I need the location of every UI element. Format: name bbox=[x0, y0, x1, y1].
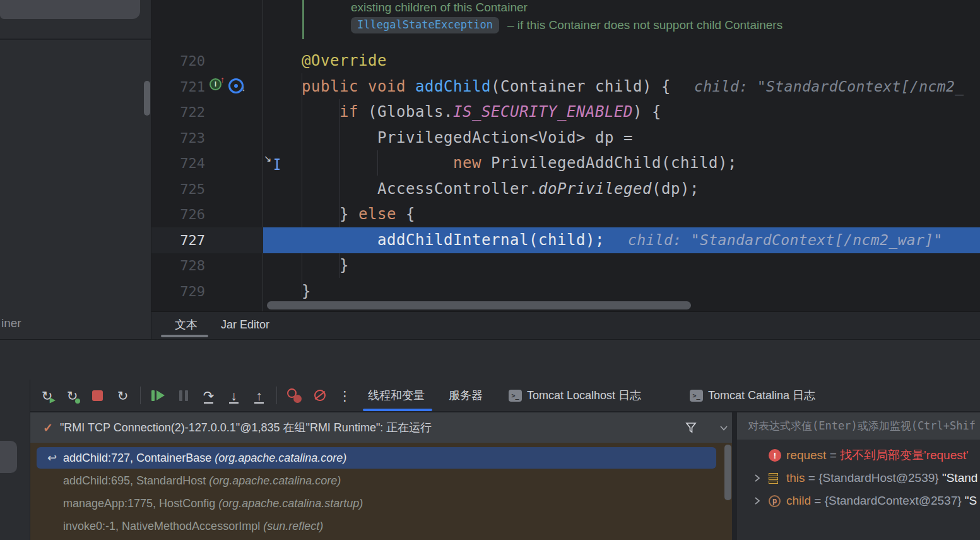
left-tool-panel: iner bbox=[0, 0, 151, 339]
return-arrow-icon: ↩ bbox=[47, 451, 63, 465]
stack-frame-row[interactable]: invoke0:-1, NativeMethodAccessorImpl (su… bbox=[30, 515, 732, 537]
code-line-722[interactable]: 722 if (Globals.IS_SECURITY_ENABLED) { bbox=[151, 99, 980, 125]
divider bbox=[0, 39, 151, 40]
code-line-723[interactable]: 723 PrivilegedAction<Void> dp = bbox=[151, 125, 980, 151]
resume-button[interactable] bbox=[150, 387, 166, 404]
mouse-pointer-icon: ↘ bbox=[264, 153, 272, 164]
text-ibeam-cursor bbox=[274, 158, 280, 171]
view-breakpoints-button[interactable] bbox=[286, 387, 302, 404]
debug-tool-window: ↻▶↻↻↷↓↑⋮ ✓ "RMI TCP Connection(2)-127.0.… bbox=[0, 339, 980, 540]
variable-name: child bbox=[786, 494, 811, 508]
inline-debugger-hint: child: "StandardContext[/ncm2_ bbox=[694, 74, 964, 100]
stack-frame-row[interactable]: addChild:695, StandardHost (org.apache.c… bbox=[30, 469, 732, 492]
left-panel-popup-fragment[interactable] bbox=[0, 0, 140, 19]
line-number[interactable]: 723 bbox=[151, 125, 205, 151]
exception-chip[interactable]: IllegalStateException bbox=[351, 17, 499, 33]
expand-chevron-icon[interactable] bbox=[752, 472, 769, 484]
expand-chevron-icon[interactable] bbox=[752, 495, 769, 507]
evaluate-expression-input[interactable]: 对表达式求值(Enter)或添加监视(Ctrl+Shif bbox=[737, 412, 980, 440]
step-out-button[interactable]: ↑ bbox=[251, 387, 267, 404]
code-line-720[interactable]: 720 @Override bbox=[151, 48, 980, 74]
field-value-icon bbox=[769, 473, 778, 484]
line-number[interactable]: 724 bbox=[151, 150, 205, 176]
doc-comment-line: existing children of this Container bbox=[351, 1, 528, 15]
chevron-down-icon[interactable] bbox=[718, 423, 729, 434]
doc-comment-line: IllegalStateException – if this Containe… bbox=[351, 17, 782, 33]
tab-threads-variables[interactable]: 线程和变量 bbox=[368, 383, 425, 407]
panel-splitter[interactable] bbox=[732, 412, 737, 540]
parameter-icon: p bbox=[769, 495, 781, 507]
mute-breakpoints-button[interactable] bbox=[312, 387, 328, 404]
variable-row-request[interactable]: !request = 找不到局部变量'request' bbox=[737, 444, 980, 467]
terminal-icon: >_ bbox=[509, 390, 522, 402]
line-number[interactable]: 722 bbox=[151, 99, 205, 125]
more-options-button[interactable]: ⋮ bbox=[337, 387, 353, 404]
toolbar-separator bbox=[276, 387, 277, 404]
variable-name: this bbox=[786, 471, 805, 485]
toolbar-separator bbox=[140, 387, 141, 404]
error-icon: ! bbox=[769, 449, 781, 462]
line-number[interactable]: 728 bbox=[151, 253, 205, 279]
variable-row-child[interactable]: pchild = {StandardContext@2537} "S bbox=[737, 489, 980, 512]
tool-window-stripe-button[interactable] bbox=[0, 441, 17, 473]
stack-frames-list: ↩addChild:727, ContainerBase (org.apache… bbox=[30, 443, 732, 540]
editor-tab-jar-editor[interactable]: Jar Editor bbox=[221, 312, 269, 337]
code-line-725[interactable]: 725 AccessController.doPrivileged(dp); bbox=[151, 176, 980, 202]
line-number[interactable]: 729 bbox=[151, 279, 205, 304]
doc-comment-text: – if this Container does not support chi… bbox=[507, 18, 782, 32]
line-number[interactable]: 727 bbox=[151, 227, 205, 253]
overrides-method-icon: ↓ bbox=[228, 78, 241, 90]
stack-frame-row[interactable]: manageApp:1775, HostConfig (org.apache.c… bbox=[30, 492, 732, 515]
rerun-button[interactable]: ↻▶ bbox=[39, 387, 55, 404]
refresh-button[interactable]: ↻ bbox=[115, 387, 131, 404]
tab-tomcat-localhost-log[interactable]: >_Tomcat Localhost 日志 bbox=[509, 383, 641, 407]
code-line-721[interactable]: 721I↑↓ public void addChild(Container ch… bbox=[151, 74, 980, 100]
code-line-729[interactable]: 729 } bbox=[151, 279, 980, 304]
editor-tab-text[interactable]: 文本 bbox=[175, 312, 198, 337]
thread-running-check-icon: ✓ bbox=[43, 421, 53, 435]
truncated-label: iner bbox=[1, 316, 21, 330]
debug-toolbar: ↻▶↻↻↷↓↑⋮ bbox=[39, 383, 353, 407]
filter-icon[interactable] bbox=[685, 421, 697, 434]
step-into-button[interactable]: ↓ bbox=[226, 387, 242, 404]
stop-button[interactable] bbox=[90, 387, 105, 404]
variable-row-this[interactable]: this = {StandardHost@2539} "Stand bbox=[737, 467, 980, 489]
tab-tomcat-catalina-log[interactable]: >_Tomcat Catalina 日志 bbox=[690, 383, 815, 407]
line-number[interactable]: 721 bbox=[151, 74, 205, 100]
variable-reference: {StandardHost@2539} bbox=[818, 471, 942, 485]
step-over-button[interactable]: ↷ bbox=[201, 387, 216, 404]
variable-name: request bbox=[786, 448, 826, 462]
rerun-debug-button[interactable]: ↻ bbox=[64, 387, 80, 404]
doc-comment-guide bbox=[302, 0, 304, 39]
variable-preview: "Stand bbox=[942, 471, 977, 485]
ide-window: iner existing children of this Container… bbox=[0, 0, 980, 540]
code-line-728[interactable]: 728 } bbox=[151, 253, 980, 279]
variable-preview: "S bbox=[965, 494, 977, 508]
editor-tab-bar: 文本Jar Editor bbox=[151, 311, 980, 340]
pause-button[interactable] bbox=[175, 387, 191, 404]
inline-debugger-hint: child: "StandardContext[/ncm2_war]" bbox=[628, 227, 943, 253]
variable-error-value: 找不到局部变量'request' bbox=[840, 447, 969, 464]
left-panel-scrollbar[interactable] bbox=[144, 81, 150, 116]
stack-frame-row[interactable]: ↩addChild:727, ContainerBase (org.apache… bbox=[30, 447, 732, 469]
line-number[interactable]: 720 bbox=[151, 48, 205, 74]
line-number[interactable]: 726 bbox=[151, 201, 205, 227]
variables-watches-list: !request = 找不到局部变量'request'this = {Stand… bbox=[737, 440, 980, 540]
implementing-method-icon: I↑ bbox=[210, 78, 222, 90]
gutter-icons[interactable]: I↑↓ bbox=[210, 78, 241, 90]
variable-reference: {StandardContext@2537} bbox=[825, 494, 965, 508]
editor-horizontal-scrollbar[interactable] bbox=[267, 301, 691, 309]
code-line-726[interactable]: 726 } else { bbox=[151, 201, 980, 227]
terminal-icon: >_ bbox=[690, 390, 703, 402]
thread-status-text: "RMI TCP Connection(2)-127.0.0.1"@1,835 … bbox=[60, 420, 432, 435]
thread-status-row[interactable]: ✓ "RMI TCP Connection(2)-127.0.0.1"@1,83… bbox=[30, 412, 732, 443]
line-number[interactable]: 725 bbox=[151, 176, 205, 202]
code-editor[interactable]: existing children of this Container Ille… bbox=[151, 0, 980, 311]
tab-server[interactable]: 服务器 bbox=[449, 383, 483, 407]
code-line-727[interactable]: 727 addChildInternal(child);child: "Stan… bbox=[151, 227, 980, 253]
